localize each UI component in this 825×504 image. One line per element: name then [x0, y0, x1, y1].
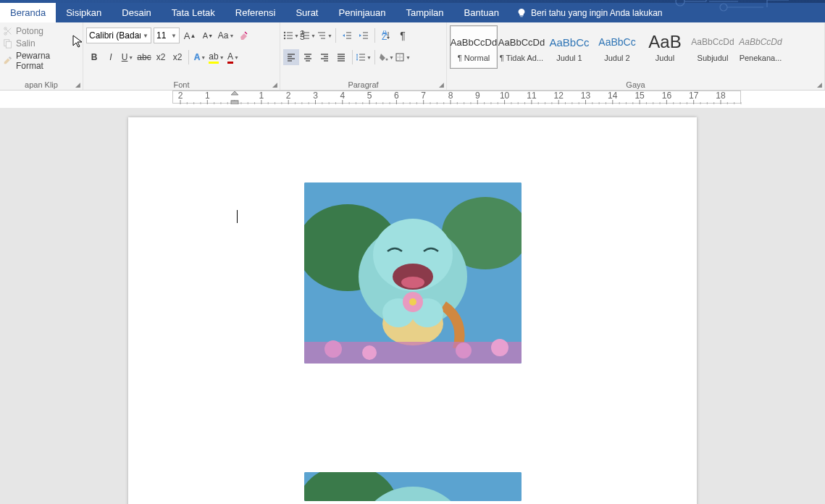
svg-text:1: 1 — [205, 91, 210, 101]
bullets-button[interactable]: ▼ — [283, 28, 299, 43]
font-color-button[interactable]: A▼ — [225, 49, 241, 65]
subscript-button[interactable]: x2 — [153, 49, 169, 65]
tab-peninjauan[interactable]: Peninjauan — [328, 3, 395, 22]
font-group: Calibri (Badan)▼ 11▼ A▲ A▼ Aa▼ B I U▼ ab… — [83, 22, 280, 90]
brush-icon — [3, 56, 13, 66]
font-launcher[interactable]: ◢ — [272, 81, 277, 88]
style-penekana[interactable]: AaBbCcDdPenekana... — [737, 25, 784, 69]
highlight-button[interactable]: ab▼ — [209, 49, 225, 65]
clipboard-group: Potong Salin Pewarna Format apan Klip ◢ — [0, 22, 83, 90]
svg-text:14: 14 — [608, 91, 618, 101]
grow-font-button[interactable]: A▲ — [182, 28, 198, 43]
svg-point-128 — [401, 277, 424, 288]
font-label: Font — [83, 80, 280, 89]
spacing-icon — [356, 52, 366, 62]
sort-button[interactable]: AZ — [378, 28, 394, 43]
align-center-button[interactable] — [300, 49, 316, 65]
decrease-indent-button[interactable] — [339, 28, 355, 43]
align-right-button[interactable] — [317, 49, 332, 65]
multilevel-button[interactable]: ▼ — [317, 28, 332, 43]
svg-point-0 — [676, 0, 684, 6]
style-judul1[interactable]: AaBbCcJudul 1 — [545, 25, 593, 69]
tab-desain[interactable]: Desain — [112, 3, 161, 22]
borders-button[interactable]: ▼ — [395, 49, 411, 65]
svg-text:4: 4 — [340, 91, 345, 101]
clear-formatting-button[interactable] — [236, 28, 252, 43]
tell-me-label: Beri tahu yang ingin Anda lakukan — [531, 8, 662, 18]
justify-button[interactable] — [333, 49, 349, 65]
page[interactable] — [128, 117, 697, 504]
svg-point-8 — [284, 35, 285, 36]
shading-button[interactable]: ▼ — [378, 49, 394, 65]
svg-point-15 — [386, 59, 388, 61]
style-normal[interactable]: AaBbCcDd¶ Normal — [450, 25, 498, 69]
tab-referensi[interactable]: Referensi — [225, 3, 286, 22]
change-case-button[interactable]: Aa▼ — [218, 28, 234, 43]
ribbon: Potong Salin Pewarna Format apan Klip ◢ … — [0, 22, 825, 91]
inserted-image-1[interactable] — [304, 182, 522, 364]
svg-text:2: 2 — [286, 91, 291, 101]
outdent-icon — [342, 30, 352, 41]
clipboard-launcher[interactable]: ◢ — [75, 81, 80, 88]
paragraph-launcher[interactable]: ◢ — [439, 81, 444, 88]
ruler[interactable]: 21123456789101112131415161718 — [0, 91, 825, 108]
tab-tata-letak[interactable]: Tata Letak — [162, 3, 225, 22]
underline-button[interactable]: U▼ — [120, 49, 135, 65]
titlebar-decoration — [0, 0, 825, 3]
cut-button[interactable]: Potong — [3, 26, 80, 36]
text-effects-button[interactable]: A▼ — [192, 49, 208, 65]
svg-point-136 — [362, 345, 377, 360]
line-spacing-button[interactable]: ▼ — [356, 49, 372, 65]
svg-point-138 — [491, 339, 508, 356]
bucket-icon — [378, 52, 388, 62]
style-tidakad[interactable]: AaBbCcDd¶ Tidak Ad... — [498, 25, 545, 69]
svg-point-7 — [284, 32, 285, 33]
tab-sisipkan[interactable]: Sisipkan — [56, 3, 112, 22]
copy-button[interactable]: Salin — [3, 38, 80, 49]
font-name-combo[interactable]: Calibri (Badan)▼ — [86, 28, 151, 43]
indent-icon — [359, 30, 369, 41]
svg-text:7: 7 — [421, 91, 426, 101]
style-judul[interactable]: AaBJudul — [641, 25, 689, 69]
tab-tampilan[interactable]: Tampilan — [396, 3, 454, 22]
svg-text:1: 1 — [259, 91, 264, 101]
copy-icon — [3, 38, 13, 49]
align-left-button[interactable] — [283, 49, 299, 65]
svg-text:11: 11 — [527, 91, 537, 101]
inserted-image-2[interactable] — [304, 472, 522, 501]
bold-button[interactable]: B — [86, 49, 102, 65]
svg-text:16: 16 — [662, 91, 672, 101]
style-subjudul[interactable]: AaBbCcDdSubjudul — [689, 25, 737, 69]
increase-indent-button[interactable] — [356, 28, 372, 43]
style-judul2[interactable]: AaBbCcJudul 2 — [593, 25, 641, 69]
svg-text:5: 5 — [367, 91, 372, 101]
lightbulb-icon — [516, 8, 527, 18]
tab-bantuan[interactable]: Bantuan — [454, 3, 509, 22]
italic-button[interactable]: I — [103, 49, 119, 65]
eraser-icon — [238, 30, 250, 41]
svg-point-135 — [324, 340, 342, 358]
tab-surat[interactable]: Surat — [285, 3, 328, 22]
svg-point-2 — [720, 4, 727, 11]
font-size-combo[interactable]: 11▼ — [154, 28, 180, 43]
svg-text:9: 9 — [475, 91, 480, 101]
tab-beranda[interactable]: Beranda — [0, 3, 56, 22]
scissors-icon — [3, 26, 13, 36]
svg-text:2: 2 — [178, 91, 183, 101]
numbering-button[interactable]: 123▼ — [300, 28, 316, 43]
tell-me-search[interactable]: Beri tahu yang ingin Anda lakukan — [516, 8, 662, 18]
styles-launcher[interactable]: ◢ — [817, 81, 822, 88]
svg-point-137 — [456, 343, 472, 358]
paragraph-group: ▼ 123▼ ▼ AZ ¶ ▼ ▼ ▼ Paragraf ◢ — [280, 22, 447, 90]
document-area[interactable] — [0, 109, 825, 504]
show-marks-button[interactable]: ¶ — [395, 28, 411, 43]
strikethrough-button[interactable]: abc — [136, 49, 152, 65]
svg-text:13: 13 — [581, 91, 591, 101]
shrink-font-button[interactable]: A▼ — [200, 28, 216, 43]
svg-point-9 — [284, 38, 285, 39]
svg-rect-121 — [231, 101, 238, 104]
svg-point-133 — [409, 298, 416, 306]
superscript-button[interactable]: x2 — [169, 49, 185, 65]
multilevel-icon — [317, 30, 327, 41]
format-painter-button[interactable]: Pewarna Format — [3, 51, 80, 71]
